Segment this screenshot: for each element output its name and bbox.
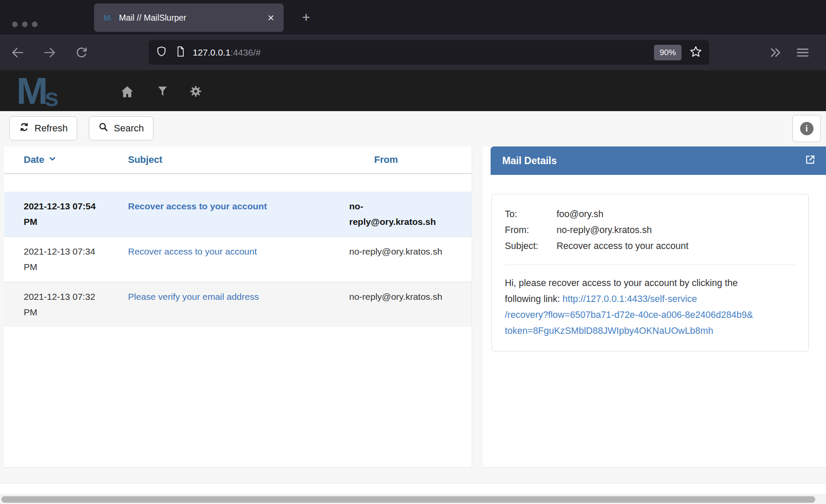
- info-icon: i: [800, 122, 813, 135]
- window-controls[interactable]: [12, 22, 38, 27]
- mail-row-subject: Recover access to your account: [128, 199, 349, 230]
- refresh-button[interactable]: Refresh: [9, 116, 77, 140]
- forward-icon[interactable]: [42, 45, 57, 62]
- mail-details-header: Mail Details: [491, 146, 826, 175]
- overflow-chevrons-icon[interactable]: [768, 45, 783, 62]
- horizontal-scrollbar-thumb[interactable]: [1, 496, 815, 503]
- field-to-value: foo@ory.sh: [557, 206, 604, 222]
- mail-row-date: 2021-12-13 07:54 PM: [4, 199, 128, 230]
- field-from-value: no-reply@ory.kratos.sh: [557, 222, 652, 238]
- mail-list-header-row: Date Subject From: [4, 146, 472, 174]
- mail-row[interactable]: 2021-12-13 07:54 PM Recover access to yo…: [4, 192, 472, 236]
- hamburger-menu-icon[interactable]: [795, 45, 810, 62]
- settings-gear-icon[interactable]: [189, 84, 203, 100]
- mail-list-panel: Date Subject From 2021-12-13 07:54 PM Re…: [4, 146, 472, 468]
- mail-body: Hi, please recover access to your accoun…: [505, 275, 795, 339]
- url-bar[interactable]: 127.0.0.1:4436/# 90%: [149, 40, 709, 65]
- mail-row-subject: Recover access to your account: [128, 244, 349, 275]
- browser-tab-strip: M s Mail // MailSlurper × +: [0, 0, 826, 34]
- window-control-dot[interactable]: [22, 22, 28, 27]
- back-icon[interactable]: [10, 45, 25, 62]
- horizontal-scrollbar[interactable]: [0, 495, 826, 504]
- mail-subject-link[interactable]: Please verify your email address: [128, 292, 259, 302]
- mail-row-from: no-reply@ory.kratos.sh: [349, 244, 472, 275]
- shield-icon[interactable]: [156, 46, 167, 59]
- window-control-dot[interactable]: [12, 22, 18, 27]
- mail-details-panel: Mail Details To: foo@ory.sh From: no-rep…: [483, 146, 826, 468]
- home-icon[interactable]: [120, 84, 135, 101]
- search-button[interactable]: Search: [89, 116, 153, 140]
- column-header-date[interactable]: Date: [4, 154, 128, 166]
- url-text[interactable]: 127.0.0.1:4436/#: [193, 47, 261, 58]
- bookmark-star-icon[interactable]: [689, 45, 702, 60]
- bottom-strip: [0, 483, 826, 495]
- mail-row-from: no-reply@ory.kratos.sh: [349, 289, 472, 320]
- search-icon: [98, 122, 109, 135]
- mail-subject-link[interactable]: Recover access to your account: [128, 201, 267, 211]
- browser-window: M s Mail // MailSlurper × + 127.0.0.1:44…: [0, 0, 826, 504]
- page-info-icon[interactable]: [175, 46, 186, 59]
- filter-funnel-icon[interactable]: [156, 84, 169, 99]
- mail-subject-link[interactable]: Recover access to your account: [128, 246, 257, 256]
- sort-descending-icon: [48, 154, 57, 166]
- mail-row[interactable]: 2021-12-13 07:34 PM Recover access to yo…: [4, 236, 472, 282]
- tab-close-button[interactable]: ×: [268, 12, 274, 23]
- field-subject-value: Recover access to your account: [557, 238, 688, 254]
- tab-title: Mail // MailSlurper: [119, 13, 268, 23]
- zoom-level-badge[interactable]: 90%: [654, 45, 682, 60]
- mail-row-from: no-reply@ory.kratos.sh: [349, 199, 472, 230]
- refresh-icon: [19, 122, 29, 135]
- field-from: From: no-reply@ory.kratos.sh: [505, 222, 795, 238]
- mailslurper-favicon-icon: M s: [103, 14, 113, 22]
- details-divider: [505, 264, 795, 265]
- mail-row-subject: Please verify your email address: [128, 289, 349, 320]
- window-control-dot[interactable]: [32, 22, 38, 27]
- mail-details-title: Mail Details: [502, 155, 557, 167]
- mail-row-date: 2021-12-13 07:34 PM: [4, 244, 128, 275]
- list-spacer: [4, 174, 472, 192]
- field-to: To: foo@ory.sh: [505, 206, 795, 222]
- mailslurper-logo[interactable]: M s: [16, 70, 59, 111]
- mail-row-date: 2021-12-13 07:32 PM: [4, 289, 128, 320]
- mail-details-card: To: foo@ory.sh From: no-reply@ory.kratos…: [491, 194, 809, 352]
- column-header-subject[interactable]: Subject: [128, 154, 349, 165]
- reload-icon[interactable]: [74, 45, 89, 62]
- column-header-from[interactable]: From: [349, 154, 472, 165]
- new-tab-button[interactable]: +: [297, 8, 316, 27]
- open-external-icon[interactable]: [804, 154, 816, 168]
- browser-tab-mailslurper[interactable]: M s Mail // MailSlurper ×: [94, 3, 284, 32]
- field-subject: Subject: Recover access to your account: [505, 238, 795, 254]
- mail-row[interactable]: 2021-12-13 07:32 PM Please verify your e…: [4, 282, 472, 327]
- info-button[interactable]: i: [792, 115, 821, 142]
